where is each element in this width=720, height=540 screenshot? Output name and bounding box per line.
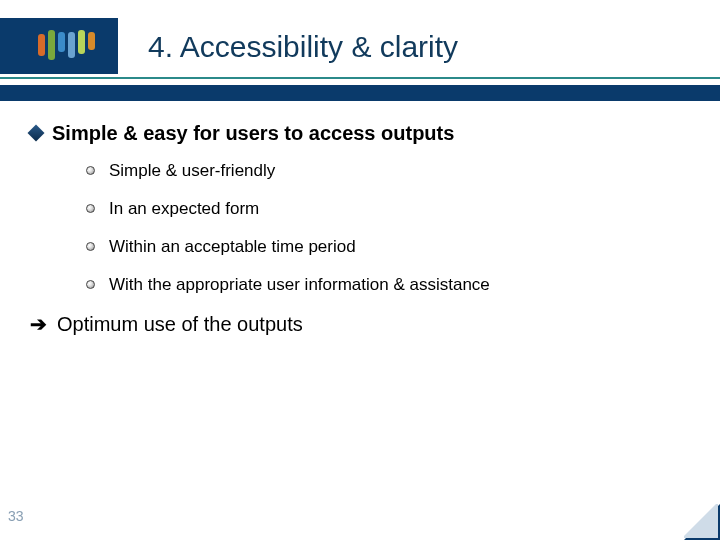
sub-bullet: Within an acceptable time period bbox=[86, 237, 690, 257]
main-bullet-text: Simple & easy for users to access output… bbox=[52, 122, 454, 145]
circle-bullet-icon bbox=[86, 280, 95, 289]
conclusion-row: ➔ Optimum use of the outputs bbox=[30, 313, 690, 336]
logo-bars-icon bbox=[38, 22, 95, 62]
title-underline bbox=[0, 77, 720, 79]
slide-title: 4. Accessibility & clarity bbox=[148, 30, 458, 64]
conclusion-text: Optimum use of the outputs bbox=[57, 313, 303, 336]
sub-bullet-text: In an expected form bbox=[109, 199, 259, 219]
sub-bullet-text: With the appropriate user information & … bbox=[109, 275, 490, 295]
sub-bullet-list: Simple & user-friendly In an expected fo… bbox=[86, 161, 690, 295]
circle-bullet-icon bbox=[86, 166, 95, 175]
slide-number: 33 bbox=[8, 508, 24, 524]
circle-bullet-icon bbox=[86, 242, 95, 251]
sub-bullet: Simple & user-friendly bbox=[86, 161, 690, 181]
page-curl-icon bbox=[684, 504, 720, 540]
main-bullet: Simple & easy for users to access output… bbox=[30, 122, 690, 145]
sub-bullet-text: Simple & user-friendly bbox=[109, 161, 275, 181]
circle-bullet-icon bbox=[86, 204, 95, 213]
arrow-right-icon: ➔ bbox=[30, 314, 47, 334]
header-band bbox=[0, 85, 720, 101]
sub-bullet-text: Within an acceptable time period bbox=[109, 237, 356, 257]
sub-bullet: In an expected form bbox=[86, 199, 690, 219]
slide-content: Simple & easy for users to access output… bbox=[30, 122, 690, 336]
sub-bullet: With the appropriate user information & … bbox=[86, 275, 690, 295]
diamond-bullet-icon bbox=[28, 125, 45, 142]
